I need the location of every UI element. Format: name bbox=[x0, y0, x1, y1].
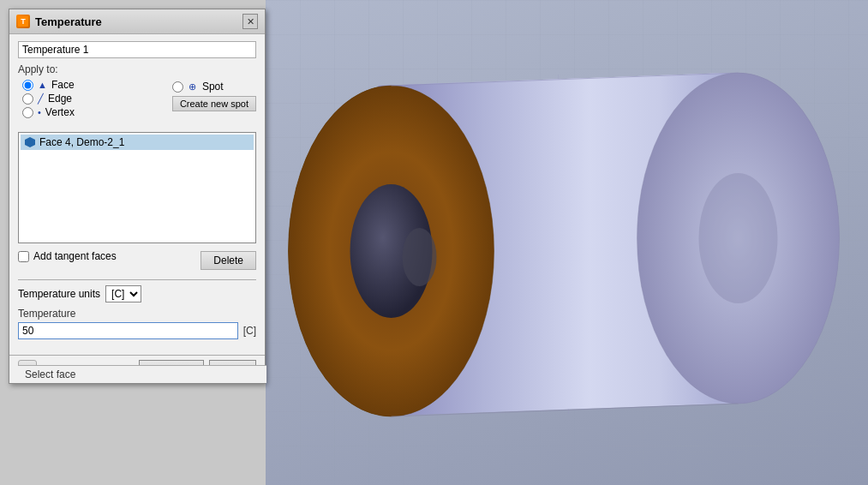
vertex-label: Vertex bbox=[45, 106, 75, 118]
status-text: Select face bbox=[25, 368, 75, 380]
temp-units-select[interactable]: [C] [K] [F] bbox=[105, 285, 141, 302]
temperature-icon: T bbox=[16, 15, 30, 28]
selection-list: Face 4, Demo-2_1 bbox=[18, 132, 256, 243]
temperature-label: Temperature bbox=[18, 308, 256, 320]
3d-viewport[interactable] bbox=[266, 0, 868, 485]
selection-item-label: Face 4, Demo-2_1 bbox=[39, 136, 124, 148]
dialog-title-left: T Temperature bbox=[16, 15, 102, 28]
svg-marker-17 bbox=[25, 137, 35, 147]
vertex-radio[interactable] bbox=[22, 107, 33, 118]
temp-input-row: [C] bbox=[18, 322, 256, 339]
temp-unit-display: [C] bbox=[243, 325, 256, 337]
apply-to-label: Apply to: bbox=[18, 63, 256, 75]
list-item[interactable]: Face 4, Demo-2_1 bbox=[21, 135, 254, 150]
name-field-row bbox=[18, 41, 256, 58]
temperature-dialog: T Temperature ✕ Apply to: ▲ Face bbox=[9, 9, 266, 384]
add-tangent-label: Add tangent faces bbox=[33, 250, 117, 262]
edge-radio-row: ╱ Edge bbox=[22, 93, 75, 105]
spot-label: Spot bbox=[202, 81, 224, 93]
temp-units-label: Temperature units bbox=[18, 288, 100, 300]
face-radio-row: ▲ Face bbox=[22, 79, 75, 91]
delete-button[interactable]: Delete bbox=[201, 251, 256, 270]
spot-radio[interactable] bbox=[172, 81, 183, 93]
dialog-body: Apply to: ▲ Face ╱ Edge • Vertex bbox=[9, 34, 265, 355]
3d-scene bbox=[266, 0, 868, 485]
create-spot-button[interactable]: Create new spot bbox=[172, 96, 256, 111]
dialog-title: Temperature bbox=[35, 15, 102, 28]
separator bbox=[18, 279, 256, 280]
add-tangent-checkbox[interactable] bbox=[18, 251, 29, 262]
face-item-icon bbox=[24, 136, 36, 148]
name-input[interactable] bbox=[18, 41, 256, 58]
vertex-radio-row: • Vertex bbox=[22, 106, 75, 118]
face-radio[interactable] bbox=[22, 80, 33, 91]
status-bar: Select face bbox=[18, 365, 266, 383]
apply-radio-group: ▲ Face ╱ Edge • Vertex bbox=[18, 79, 75, 118]
spot-radio-row: ⊕ Spot bbox=[172, 81, 224, 93]
svg-text:T: T bbox=[21, 17, 26, 26]
dialog-titlebar: T Temperature ✕ bbox=[9, 9, 265, 34]
checkbox-delete-row: Add tangent faces Delete bbox=[18, 250, 256, 271]
edge-radio[interactable] bbox=[22, 93, 33, 105]
svg-point-7 bbox=[699, 173, 778, 303]
temp-units-row: Temperature units [C] [K] [F] bbox=[18, 285, 256, 302]
add-tangent-row: Add tangent faces bbox=[18, 250, 117, 262]
svg-point-10 bbox=[403, 228, 437, 286]
face-label: Face bbox=[51, 79, 75, 91]
temperature-input[interactable] bbox=[18, 322, 238, 339]
close-button[interactable]: ✕ bbox=[242, 14, 258, 29]
edge-label: Edge bbox=[48, 93, 72, 105]
